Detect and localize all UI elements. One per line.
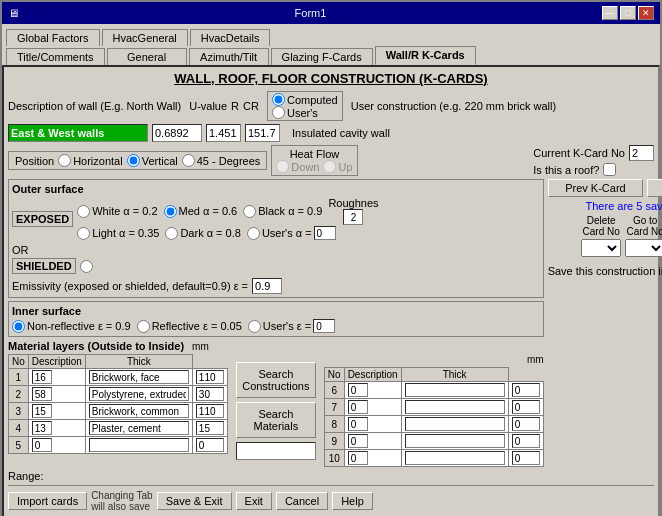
goto-card-select[interactable] bbox=[625, 239, 662, 257]
mat-desc[interactable] bbox=[85, 386, 192, 403]
mat-no-r[interactable] bbox=[344, 433, 401, 450]
dark-alpha-radio[interactable] bbox=[165, 227, 178, 240]
next-kcard-button[interactable]: Next K-Card bbox=[647, 179, 662, 197]
white-alpha-radio[interactable] bbox=[77, 205, 90, 218]
is-roof-checkbox[interactable] bbox=[603, 163, 616, 176]
emissivity-input[interactable] bbox=[252, 278, 282, 294]
mat-no[interactable] bbox=[28, 437, 85, 454]
shielded-radio[interactable] bbox=[80, 260, 93, 273]
mat-no-r[interactable] bbox=[344, 382, 401, 399]
mat-no[interactable] bbox=[28, 386, 85, 403]
search-constructions-button[interactable]: Search Constructions bbox=[236, 362, 316, 398]
heat-down-label[interactable]: Down bbox=[276, 160, 319, 173]
heat-up-label[interactable]: Up bbox=[323, 160, 352, 173]
row-index: 10 bbox=[324, 450, 344, 467]
tab-wall-r-kcards[interactable]: Wall/R K-Cards bbox=[375, 46, 476, 65]
users-alpha-radio[interactable] bbox=[247, 227, 260, 240]
mat-no-r[interactable] bbox=[344, 450, 401, 467]
search-materials-button[interactable]: Search Materials bbox=[236, 402, 316, 438]
users-inner-label[interactable]: User's ε = bbox=[248, 319, 335, 333]
pos-45-label[interactable]: 45 - Degrees bbox=[182, 154, 261, 167]
heat-up-radio[interactable] bbox=[323, 160, 336, 173]
mat-desc[interactable] bbox=[85, 420, 192, 437]
mat-thick-r[interactable] bbox=[508, 433, 543, 450]
use-computed-radio[interactable] bbox=[272, 93, 285, 106]
use-computed-radio-label[interactable]: Computed bbox=[272, 93, 338, 106]
mat-desc-r[interactable] bbox=[401, 416, 508, 433]
roughness-input[interactable] bbox=[343, 209, 363, 225]
light-alpha-label[interactable]: Light α = 0.35 bbox=[77, 226, 159, 240]
pos-horizontal-label[interactable]: Horizontal bbox=[58, 154, 123, 167]
u-value-input[interactable] bbox=[152, 124, 202, 142]
mat-no[interactable] bbox=[28, 420, 85, 437]
white-alpha-label[interactable]: White α = 0.2 bbox=[77, 197, 157, 225]
tab-title-comments[interactable]: Title/Comments bbox=[6, 48, 105, 65]
use-users-radio[interactable] bbox=[272, 106, 285, 119]
exit-button[interactable]: Exit bbox=[236, 492, 272, 510]
tab-general[interactable]: General bbox=[107, 48, 187, 65]
pos-vertical-radio[interactable] bbox=[127, 154, 140, 167]
users-alpha-input[interactable] bbox=[314, 226, 336, 240]
dark-alpha-label[interactable]: Dark α = 0.8 bbox=[165, 226, 240, 240]
mat-thick[interactable] bbox=[192, 369, 227, 386]
mat-thick[interactable] bbox=[192, 437, 227, 454]
current-kcard-input[interactable] bbox=[629, 145, 654, 161]
delete-card-select[interactable] bbox=[581, 239, 621, 257]
pos-horizontal-radio[interactable] bbox=[58, 154, 71, 167]
row-index: 2 bbox=[9, 386, 29, 403]
mat-no[interactable] bbox=[28, 369, 85, 386]
main-window: 🖥 Form1 — □ ✕ Global Factors HvacGeneral… bbox=[0, 0, 662, 516]
non-reflective-label[interactable]: Non-reflective ε = 0.9 bbox=[12, 320, 131, 333]
mat-thick[interactable] bbox=[192, 386, 227, 403]
mat-desc-r[interactable] bbox=[401, 382, 508, 399]
pos-vertical-label[interactable]: Vertical bbox=[127, 154, 178, 167]
search-input[interactable] bbox=[236, 442, 316, 460]
col-thick-header: Thick bbox=[85, 355, 192, 369]
non-reflective-radio[interactable] bbox=[12, 320, 25, 333]
users-inner-radio[interactable] bbox=[248, 320, 261, 333]
heat-down-radio[interactable] bbox=[276, 160, 289, 173]
mat-thick-r[interactable] bbox=[508, 416, 543, 433]
med-alpha-radio[interactable] bbox=[164, 205, 177, 218]
r-value-input[interactable] bbox=[206, 124, 241, 142]
reflective-radio[interactable] bbox=[137, 320, 150, 333]
mat-thick[interactable] bbox=[192, 403, 227, 420]
minimize-button[interactable]: — bbox=[602, 6, 618, 20]
cr-value-input[interactable] bbox=[245, 124, 280, 142]
mat-thick-r[interactable] bbox=[508, 399, 543, 416]
maximize-button[interactable]: □ bbox=[620, 6, 636, 20]
tab-hvac-details[interactable]: HvacDetails bbox=[190, 29, 271, 46]
save-exit-button[interactable]: Save & Exit bbox=[157, 492, 232, 510]
mat-no[interactable] bbox=[28, 403, 85, 420]
med-alpha-label[interactable]: Med α = 0.6 bbox=[164, 197, 238, 225]
mat-desc-r[interactable] bbox=[401, 433, 508, 450]
prev-kcard-button[interactable]: Prev K-Card bbox=[548, 179, 644, 197]
tab-global-factors[interactable]: Global Factors bbox=[6, 29, 100, 46]
mat-thick-r[interactable] bbox=[508, 450, 543, 467]
close-button[interactable]: ✕ bbox=[638, 6, 654, 20]
import-cards-button[interactable]: Import cards bbox=[8, 492, 87, 510]
pos-45-radio[interactable] bbox=[182, 154, 195, 167]
mat-no-r[interactable] bbox=[344, 399, 401, 416]
light-alpha-radio[interactable] bbox=[77, 227, 90, 240]
black-alpha-label[interactable]: Black α = 0.9 bbox=[243, 197, 322, 225]
mat-thick[interactable] bbox=[192, 420, 227, 437]
mat-thick-r[interactable] bbox=[508, 382, 543, 399]
tab-azimuth-tilt[interactable]: Azimuth/Tilt bbox=[189, 48, 269, 65]
mat-desc[interactable] bbox=[85, 403, 192, 420]
tab-glazing-fcards[interactable]: Glazing F-Cards bbox=[271, 48, 373, 65]
mat-no-r[interactable] bbox=[344, 416, 401, 433]
users-inner-input[interactable] bbox=[313, 319, 335, 333]
mat-desc[interactable] bbox=[85, 437, 192, 454]
use-users-radio-label[interactable]: User's bbox=[272, 106, 338, 119]
cancel-button[interactable]: Cancel bbox=[276, 492, 328, 510]
mat-desc[interactable] bbox=[85, 369, 192, 386]
reflective-label[interactable]: Reflective ε = 0.05 bbox=[137, 320, 242, 333]
mat-desc-r[interactable] bbox=[401, 450, 508, 467]
users-alpha-label[interactable]: User's α = bbox=[247, 226, 336, 240]
desc-input[interactable] bbox=[8, 124, 148, 142]
black-alpha-radio[interactable] bbox=[243, 205, 256, 218]
help-button[interactable]: Help bbox=[332, 492, 373, 510]
tab-hvac-general[interactable]: HvacGeneral bbox=[102, 29, 188, 46]
mat-desc-r[interactable] bbox=[401, 399, 508, 416]
